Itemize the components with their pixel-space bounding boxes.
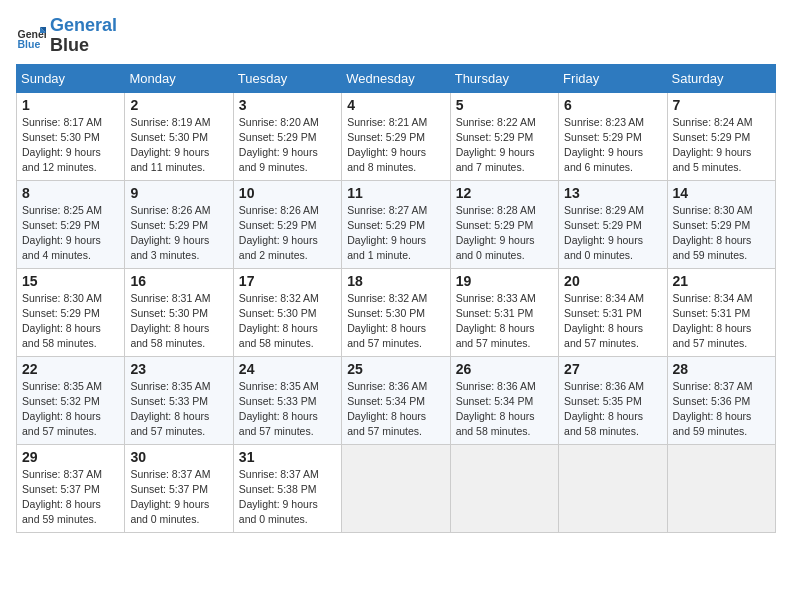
weekday-header-saturday: Saturday [667, 64, 775, 92]
calendar-week-3: 15 Sunrise: 8:30 AMSunset: 5:29 PMDaylig… [17, 268, 776, 356]
page-header: General Blue GeneralBlue [16, 16, 776, 56]
day-number: 24 [239, 361, 336, 377]
calendar-cell: 15 Sunrise: 8:30 AMSunset: 5:29 PMDaylig… [17, 268, 125, 356]
day-number: 27 [564, 361, 661, 377]
day-detail: Sunrise: 8:33 AMSunset: 5:31 PMDaylight:… [456, 291, 553, 352]
calendar-cell: 19 Sunrise: 8:33 AMSunset: 5:31 PMDaylig… [450, 268, 558, 356]
calendar-cell: 6 Sunrise: 8:23 AMSunset: 5:29 PMDayligh… [559, 92, 667, 180]
day-number: 11 [347, 185, 444, 201]
day-number: 19 [456, 273, 553, 289]
calendar-cell: 10 Sunrise: 8:26 AMSunset: 5:29 PMDaylig… [233, 180, 341, 268]
day-detail: Sunrise: 8:24 AMSunset: 5:29 PMDaylight:… [673, 115, 770, 176]
day-detail: Sunrise: 8:29 AMSunset: 5:29 PMDaylight:… [564, 203, 661, 264]
calendar-week-2: 8 Sunrise: 8:25 AMSunset: 5:29 PMDayligh… [17, 180, 776, 268]
day-number: 22 [22, 361, 119, 377]
day-detail: Sunrise: 8:37 AMSunset: 5:37 PMDaylight:… [130, 467, 227, 528]
calendar-cell: 7 Sunrise: 8:24 AMSunset: 5:29 PMDayligh… [667, 92, 775, 180]
day-detail: Sunrise: 8:37 AMSunset: 5:38 PMDaylight:… [239, 467, 336, 528]
day-detail: Sunrise: 8:34 AMSunset: 5:31 PMDaylight:… [673, 291, 770, 352]
logo-icon: General Blue [16, 21, 46, 51]
day-detail: Sunrise: 8:20 AMSunset: 5:29 PMDaylight:… [239, 115, 336, 176]
calendar-table: SundayMondayTuesdayWednesdayThursdayFrid… [16, 64, 776, 533]
calendar-cell: 31 Sunrise: 8:37 AMSunset: 5:38 PMDaylig… [233, 444, 341, 532]
calendar-week-4: 22 Sunrise: 8:35 AMSunset: 5:32 PMDaylig… [17, 356, 776, 444]
day-number: 16 [130, 273, 227, 289]
day-number: 8 [22, 185, 119, 201]
day-number: 3 [239, 97, 336, 113]
day-number: 14 [673, 185, 770, 201]
day-detail: Sunrise: 8:36 AMSunset: 5:34 PMDaylight:… [456, 379, 553, 440]
day-detail: Sunrise: 8:36 AMSunset: 5:34 PMDaylight:… [347, 379, 444, 440]
weekday-header-thursday: Thursday [450, 64, 558, 92]
day-number: 31 [239, 449, 336, 465]
calendar-week-1: 1 Sunrise: 8:17 AMSunset: 5:30 PMDayligh… [17, 92, 776, 180]
day-detail: Sunrise: 8:30 AMSunset: 5:29 PMDaylight:… [22, 291, 119, 352]
day-detail: Sunrise: 8:36 AMSunset: 5:35 PMDaylight:… [564, 379, 661, 440]
day-number: 2 [130, 97, 227, 113]
calendar-cell: 26 Sunrise: 8:36 AMSunset: 5:34 PMDaylig… [450, 356, 558, 444]
calendar-cell: 28 Sunrise: 8:37 AMSunset: 5:36 PMDaylig… [667, 356, 775, 444]
day-detail: Sunrise: 8:37 AMSunset: 5:36 PMDaylight:… [673, 379, 770, 440]
calendar-cell [559, 444, 667, 532]
weekday-header-monday: Monday [125, 64, 233, 92]
day-detail: Sunrise: 8:27 AMSunset: 5:29 PMDaylight:… [347, 203, 444, 264]
calendar-cell: 4 Sunrise: 8:21 AMSunset: 5:29 PMDayligh… [342, 92, 450, 180]
day-detail: Sunrise: 8:28 AMSunset: 5:29 PMDaylight:… [456, 203, 553, 264]
day-number: 30 [130, 449, 227, 465]
calendar-cell: 13 Sunrise: 8:29 AMSunset: 5:29 PMDaylig… [559, 180, 667, 268]
calendar-cell: 25 Sunrise: 8:36 AMSunset: 5:34 PMDaylig… [342, 356, 450, 444]
calendar-cell: 30 Sunrise: 8:37 AMSunset: 5:37 PMDaylig… [125, 444, 233, 532]
calendar-cell: 2 Sunrise: 8:19 AMSunset: 5:30 PMDayligh… [125, 92, 233, 180]
calendar-cell: 21 Sunrise: 8:34 AMSunset: 5:31 PMDaylig… [667, 268, 775, 356]
weekday-header-sunday: Sunday [17, 64, 125, 92]
day-number: 4 [347, 97, 444, 113]
calendar-cell: 3 Sunrise: 8:20 AMSunset: 5:29 PMDayligh… [233, 92, 341, 180]
weekday-header-tuesday: Tuesday [233, 64, 341, 92]
day-number: 18 [347, 273, 444, 289]
calendar-cell: 22 Sunrise: 8:35 AMSunset: 5:32 PMDaylig… [17, 356, 125, 444]
day-detail: Sunrise: 8:23 AMSunset: 5:29 PMDaylight:… [564, 115, 661, 176]
day-detail: Sunrise: 8:37 AMSunset: 5:37 PMDaylight:… [22, 467, 119, 528]
day-number: 9 [130, 185, 227, 201]
calendar-cell: 27 Sunrise: 8:36 AMSunset: 5:35 PMDaylig… [559, 356, 667, 444]
calendar-cell: 20 Sunrise: 8:34 AMSunset: 5:31 PMDaylig… [559, 268, 667, 356]
weekday-header-wednesday: Wednesday [342, 64, 450, 92]
day-detail: Sunrise: 8:25 AMSunset: 5:29 PMDaylight:… [22, 203, 119, 264]
day-number: 29 [22, 449, 119, 465]
day-number: 7 [673, 97, 770, 113]
day-number: 20 [564, 273, 661, 289]
calendar-cell: 29 Sunrise: 8:37 AMSunset: 5:37 PMDaylig… [17, 444, 125, 532]
day-number: 5 [456, 97, 553, 113]
day-number: 13 [564, 185, 661, 201]
day-detail: Sunrise: 8:21 AMSunset: 5:29 PMDaylight:… [347, 115, 444, 176]
calendar-cell: 5 Sunrise: 8:22 AMSunset: 5:29 PMDayligh… [450, 92, 558, 180]
weekday-header-friday: Friday [559, 64, 667, 92]
day-detail: Sunrise: 8:26 AMSunset: 5:29 PMDaylight:… [130, 203, 227, 264]
day-detail: Sunrise: 8:30 AMSunset: 5:29 PMDaylight:… [673, 203, 770, 264]
logo: General Blue GeneralBlue [16, 16, 117, 56]
day-number: 1 [22, 97, 119, 113]
day-detail: Sunrise: 8:31 AMSunset: 5:30 PMDaylight:… [130, 291, 227, 352]
day-number: 17 [239, 273, 336, 289]
calendar-cell: 16 Sunrise: 8:31 AMSunset: 5:30 PMDaylig… [125, 268, 233, 356]
day-detail: Sunrise: 8:35 AMSunset: 5:33 PMDaylight:… [130, 379, 227, 440]
calendar-cell: 9 Sunrise: 8:26 AMSunset: 5:29 PMDayligh… [125, 180, 233, 268]
calendar-cell [667, 444, 775, 532]
day-number: 26 [456, 361, 553, 377]
day-number: 10 [239, 185, 336, 201]
day-number: 6 [564, 97, 661, 113]
day-detail: Sunrise: 8:26 AMSunset: 5:29 PMDaylight:… [239, 203, 336, 264]
day-detail: Sunrise: 8:22 AMSunset: 5:29 PMDaylight:… [456, 115, 553, 176]
calendar-cell: 23 Sunrise: 8:35 AMSunset: 5:33 PMDaylig… [125, 356, 233, 444]
day-detail: Sunrise: 8:32 AMSunset: 5:30 PMDaylight:… [239, 291, 336, 352]
calendar-cell: 17 Sunrise: 8:32 AMSunset: 5:30 PMDaylig… [233, 268, 341, 356]
day-number: 21 [673, 273, 770, 289]
calendar-cell: 8 Sunrise: 8:25 AMSunset: 5:29 PMDayligh… [17, 180, 125, 268]
calendar-week-5: 29 Sunrise: 8:37 AMSunset: 5:37 PMDaylig… [17, 444, 776, 532]
day-number: 12 [456, 185, 553, 201]
day-detail: Sunrise: 8:19 AMSunset: 5:30 PMDaylight:… [130, 115, 227, 176]
calendar-cell: 18 Sunrise: 8:32 AMSunset: 5:30 PMDaylig… [342, 268, 450, 356]
calendar-cell: 14 Sunrise: 8:30 AMSunset: 5:29 PMDaylig… [667, 180, 775, 268]
day-number: 28 [673, 361, 770, 377]
day-number: 15 [22, 273, 119, 289]
